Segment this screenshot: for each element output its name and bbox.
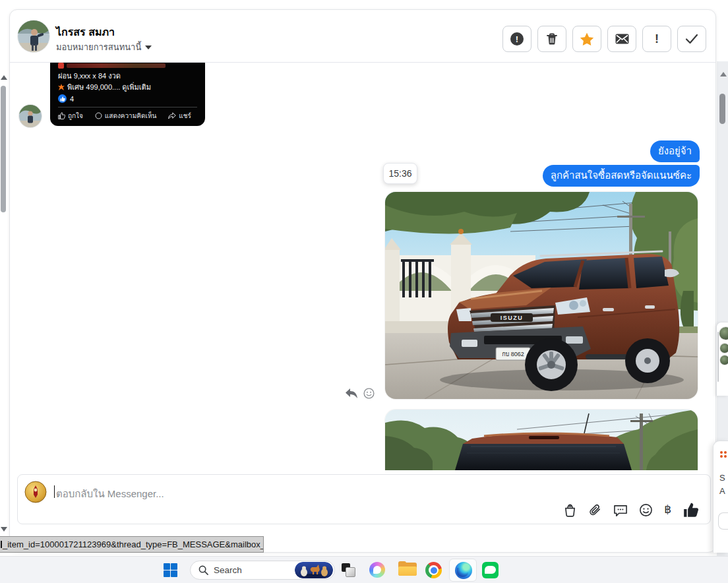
right-scrollbar-thumb[interactable] — [719, 94, 725, 124]
report-circle-icon: ! — [510, 32, 524, 46]
clipped-char — [1, 541, 2, 548]
search-placeholder: Search — [214, 565, 295, 575]
peek-text-line2: A — [719, 486, 725, 496]
search-highlight-image[interactable] — [295, 562, 333, 578]
clipped-text — [67, 63, 166, 68]
post-like-button[interactable]: ถูกใจ — [58, 111, 83, 121]
line-app-icon[interactable] — [482, 562, 499, 578]
paperclip-icon[interactable] — [588, 503, 602, 517]
emoji-icon[interactable] — [639, 503, 653, 517]
post-price-line: พิเศษ 499,000.... ดูเพิ่มเติม — [58, 83, 197, 92]
assign-conversation-dropdown[interactable]: มอบหมายการสนทนานี้ — [56, 40, 152, 54]
outgoing-message-bubble[interactable]: ลูกค้าสนใจซื้อสดหรือจัดแนนซ์คะ — [543, 165, 700, 187]
search-icon — [198, 565, 208, 575]
taskbar-search-box[interactable]: Search — [190, 561, 335, 580]
share-arrow-icon — [168, 112, 176, 119]
message-sender-avatar[interactable] — [19, 105, 42, 127]
assign-label: มอบหมายการสนทนานี้ — [56, 40, 141, 54]
car-photo-rear — [385, 410, 698, 470]
thumb-up-icon — [58, 112, 65, 119]
person-photo — [18, 20, 49, 52]
avatar — [720, 355, 728, 365]
outgoing-message-bubble[interactable]: ยังอยู่จ้า — [650, 140, 700, 162]
header-actions: ! ! — [502, 26, 706, 52]
copilot-icon[interactable] — [369, 562, 385, 578]
left-scrollbar-up-icon[interactable] — [1, 75, 7, 80]
exclamation-icon: ! — [655, 32, 659, 46]
text-caret — [54, 485, 55, 498]
reply-composer[interactable]: ตอบกลับใน Messenger... ฿ — [17, 474, 711, 524]
chrome-icon[interactable] — [425, 562, 442, 578]
post-like-count: 4 — [70, 95, 74, 103]
avatar — [720, 344, 728, 353]
edge-icon — [455, 562, 472, 579]
photo-message-front[interactable]: ISUZU กบ 8062 — [385, 192, 698, 399]
edge-active-app[interactable] — [449, 559, 477, 582]
message-hover-actions — [345, 388, 375, 399]
avatar — [719, 327, 728, 340]
left-scrollbar-thumb[interactable] — [1, 86, 6, 212]
mark-unread-button[interactable] — [607, 26, 636, 52]
page-title: ไกรสร สมภา — [56, 24, 115, 40]
reply-icon[interactable] — [345, 388, 358, 399]
conversation-list-peek — [716, 322, 728, 396]
windows-start-button[interactable] — [164, 563, 177, 577]
chat-scroll-area[interactable]: ผ่อน 9,xxx x 84 งวด พิเศษ 499,000.... ดู… — [10, 63, 717, 470]
conversation-card: ไกรสร สมภา มอบหมายการสนทนานี้ ! — [9, 9, 716, 553]
post-footer-actions: ถูกใจ แสดงความคิดเห็น แชร์ — [58, 107, 197, 121]
post-preview-card[interactable]: ผ่อน 9,xxx x 84 งวด พิเศษ 499,000.... ดู… — [50, 63, 205, 126]
report-button[interactable]: ! — [502, 26, 531, 52]
collision-emoji-icon — [58, 84, 65, 90]
mini-scrollbar — [717, 332, 719, 382]
taskbar: Search — [0, 556, 728, 583]
red-emoji-icon — [58, 63, 64, 69]
delete-button[interactable] — [537, 26, 566, 52]
check-icon — [685, 34, 698, 44]
task-view-button[interactable] — [342, 563, 356, 578]
post-installment-line: ผ่อน 9,xxx x 84 งวด — [58, 72, 197, 80]
timestamp-tooltip: 15:36 — [383, 163, 417, 184]
post-comment-button[interactable]: แสดงความคิดเห็น — [95, 111, 156, 121]
mail-icon — [615, 34, 629, 44]
reply-input[interactable]: ตอบกลับใน Messenger... — [56, 486, 164, 502]
caret-down-icon — [145, 46, 152, 49]
right-scrollbar-up-icon[interactable] — [720, 72, 727, 77]
page-logo — [24, 481, 47, 503]
photo-message-rear[interactable] — [385, 410, 698, 470]
mark-important-button[interactable]: ! — [642, 26, 671, 52]
composer-toolbar: ฿ — [563, 502, 700, 518]
comment-icon — [95, 112, 102, 119]
star-icon — [580, 32, 594, 46]
saved-replies-icon[interactable] — [613, 503, 628, 517]
post-share-button[interactable]: แชร์ — [168, 111, 191, 121]
file-explorer-icon[interactable] — [398, 563, 417, 577]
person-photo — [19, 105, 42, 127]
mark-done-button[interactable] — [677, 26, 706, 52]
payment-baht-icon[interactable]: ฿ — [664, 503, 671, 516]
license-plate-text: กบ 8062 — [502, 351, 524, 357]
like-badge-icon — [58, 94, 67, 103]
post-like-row: 4 — [58, 94, 197, 103]
orange-dots-icon — [720, 451, 727, 458]
peek-button[interactable] — [718, 512, 728, 530]
thumbs-up-icon[interactable] — [682, 502, 700, 518]
react-smiley-icon[interactable] — [363, 388, 375, 399]
page-avatar — [24, 481, 47, 503]
trash-icon — [546, 33, 558, 46]
follow-up-button[interactable] — [572, 26, 601, 52]
car-brand-text: ISUZU — [501, 315, 524, 321]
peek-text-line1: S — [719, 473, 725, 483]
post-line-clipped — [58, 63, 197, 69]
browser-status-bar: _item_id=100001721123969&thread_type=FB_… — [0, 536, 264, 553]
bag-icon[interactable] — [563, 503, 577, 517]
left-scrollbar-down-icon[interactable] — [1, 527, 7, 532]
car-photo-front: ISUZU กบ 8062 — [385, 192, 698, 399]
side-panel-peek: S A — [713, 441, 728, 553]
avatar[interactable] — [18, 20, 49, 52]
